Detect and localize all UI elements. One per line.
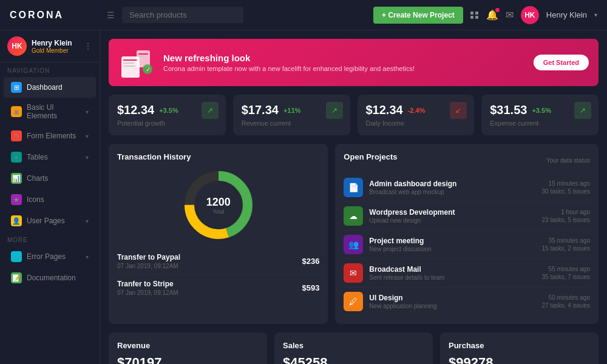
promo-banner: ✓ New refreshing look Corona admin templ…: [109, 39, 599, 86]
transaction-item-0: Transfer to Paypal 07 Jan 2019, 09:12AM …: [117, 248, 319, 274]
revenue-card: Revenue $70197: [109, 332, 267, 364]
project-item-3[interactable]: ✉ Broadcast Mail Sent release details to…: [344, 259, 590, 288]
stat-card-3: $31.53 +3.5% Expense current ↗: [481, 95, 599, 135]
stat-arrow-0: ↗: [202, 102, 219, 119]
project-tasks-4: 27 tasks, 4 issues: [542, 302, 590, 309]
docs-nav-label: Documentation: [27, 274, 76, 282]
purchase-card: Purchase $99278: [440, 332, 599, 364]
icons-nav-icon: ★: [11, 194, 22, 205]
sidebar-item-error-pages[interactable]: ⚠ Error Pages ▾: [4, 246, 96, 267]
project-time-4: 50 minutes ago: [542, 294, 590, 301]
sidebar-item-documentation[interactable]: 📝 Documentation: [4, 268, 96, 288]
sidebar-user-info: Henry Klein Gold Member: [32, 39, 72, 54]
hamburger-icon[interactable]: ☰: [107, 10, 115, 20]
project-meta-3: 55 minutes ago 35 tasks, 7 issues: [542, 266, 590, 280]
purchase-title: Purchase: [449, 341, 590, 350]
more-section-label: More: [0, 232, 100, 246]
project-item-4[interactable]: 🖊 UI Design New application planning 50 …: [344, 288, 590, 315]
sidebar-item-tables[interactable]: ≡ Tables ▾: [4, 147, 96, 167]
main-content: ✓ New refreshing look Corona admin templ…: [100, 30, 607, 364]
sidebar-more-dots[interactable]: ⋮: [84, 41, 92, 51]
sidebar-item-dashboard[interactable]: ⊞ Dashboard: [4, 77, 96, 98]
stat-card-0: $12.34 +3.5% Potential growth ↗: [109, 95, 226, 135]
panels-row: Transaction History 1200: [109, 144, 599, 324]
project-sub-2: New project discussion: [369, 246, 535, 252]
tables-nav-label: Tables: [27, 153, 48, 161]
tx-name-0: Transfer to Paypal: [117, 253, 180, 261]
projects-header: Open Projects Your data status: [344, 152, 590, 169]
sidebar-item-basic-ui[interactable]: ▣ Basic UI Elements ▾: [4, 98, 96, 125]
stat-label-1: Revenue current: [242, 120, 342, 127]
stat-label-2: Daily Income: [366, 120, 466, 127]
project-sub-0: Broadcast web app mockup: [369, 189, 535, 195]
icons-nav-label: Icons: [27, 195, 44, 204]
project-name-3: Broadcast Mail: [369, 265, 535, 274]
project-time-2: 35 minutes ago: [542, 237, 590, 244]
svg-rect-6: [138, 56, 146, 57]
stats-row: $12.34 +3.5% Potential growth ↗ $17.34 +…: [109, 95, 599, 135]
project-time-1: 1 hour ago: [542, 209, 590, 215]
chevron-icon5: ▾: [86, 254, 89, 260]
revenue-title: Revenue: [117, 341, 259, 350]
user-dropdown-icon[interactable]: ▾: [594, 12, 597, 18]
project-name-1: Wordpress Development: [369, 208, 535, 217]
svg-text:✓: ✓: [146, 66, 151, 73]
stat-arrow-1: ↗: [326, 102, 343, 119]
sales-value: $45258: [283, 355, 424, 364]
svg-rect-5: [138, 53, 148, 55]
app-logo: CORONA: [10, 10, 107, 21]
stat-arrow-2: ↙: [450, 102, 467, 119]
sidebar-item-charts[interactable]: 📊 Charts: [4, 168, 96, 189]
project-tasks-0: 30 tasks, 5 issues: [542, 188, 590, 195]
sidebar: HK Henry Klein Gold Member ⋮ Navigation …: [0, 30, 100, 364]
project-icon-2: 👥: [344, 235, 363, 254]
topbar: CORONA ☰ + Create New Project 🔔 ✉ HK Hen…: [0, 0, 607, 30]
transaction-history-panel: Transaction History 1200: [109, 144, 328, 324]
sidebar-item-icons[interactable]: ★ Icons: [4, 189, 96, 210]
user-display-name: Henry Klein: [546, 10, 587, 19]
project-name-4: UI Design: [369, 294, 535, 302]
create-project-button[interactable]: + Create New Project: [373, 7, 463, 24]
basic-ui-nav-icon: ▣: [11, 106, 22, 117]
project-details-0: Admin dashboard design Broadcast web app…: [369, 180, 535, 195]
sidebar-item-user-pages[interactable]: 👤 User Pages ▾: [4, 211, 96, 231]
search-input[interactable]: [122, 7, 243, 23]
project-sub-3: Sent release details to team: [369, 274, 535, 281]
notifications-button[interactable]: 🔔: [486, 9, 498, 21]
sales-card: Sales $45258: [274, 332, 433, 364]
project-time-3: 55 minutes ago: [542, 266, 590, 272]
nav-section-label: Navigation: [0, 62, 100, 76]
project-item-1[interactable]: ☁ Wordpress Development Upload new desig…: [344, 202, 590, 231]
chevron-icon4: ▾: [86, 218, 89, 224]
project-item-2[interactable]: 👥 Project meeting New project discussion…: [344, 231, 590, 259]
donut-total-value: 1200: [206, 196, 231, 209]
project-icon-1: ☁: [344, 206, 363, 226]
donut-total-label: Total: [206, 209, 231, 215]
charts-nav-icon: 📊: [11, 173, 22, 184]
sidebar-item-form-elements[interactable]: ✎ Form Elements ▾: [4, 126, 96, 146]
project-details-4: UI Design New application planning: [369, 294, 535, 309]
stat-card-1: $17.34 +11% Revenue current ↗: [233, 95, 350, 135]
sidebar-user-role: Gold Member: [32, 47, 72, 54]
project-meta-4: 50 minutes ago 27 tasks, 4 issues: [542, 294, 590, 309]
error-pages-nav-label: Error Pages: [27, 252, 66, 261]
transaction-info-1: Tranfer to Stripe 07 Jan 2019, 09:12AM: [117, 280, 178, 296]
error-pages-nav-icon: ⚠: [11, 251, 22, 262]
banner-illustration: ✓: [118, 47, 155, 78]
project-item-0[interactable]: 📄 Admin dashboard design Broadcast web a…: [344, 174, 590, 202]
project-tasks-2: 15 tasks, 2 issues: [542, 245, 590, 252]
mail-button[interactable]: ✉: [506, 9, 514, 21]
get-started-button[interactable]: Get Started: [534, 55, 589, 70]
stat-card-2: $12.34 -2.4% Daily Income ↙: [358, 95, 475, 135]
open-projects-panel: Open Projects Your data status 📄 Admin d…: [335, 144, 599, 324]
chevron-icon3: ▾: [86, 154, 89, 161]
stat-change-2: -2.4%: [408, 107, 426, 114]
project-icon-4: 🖊: [344, 292, 363, 311]
avatar[interactable]: HK: [521, 6, 539, 24]
stat-change-0: +3.5%: [159, 107, 178, 114]
tx-amount-0: $236: [302, 257, 319, 266]
chevron-icon2: ▾: [86, 133, 89, 140]
open-projects-title: Open Projects: [344, 152, 397, 161]
grid-icon-button[interactable]: [470, 12, 479, 19]
svg-rect-3: [123, 66, 135, 67]
